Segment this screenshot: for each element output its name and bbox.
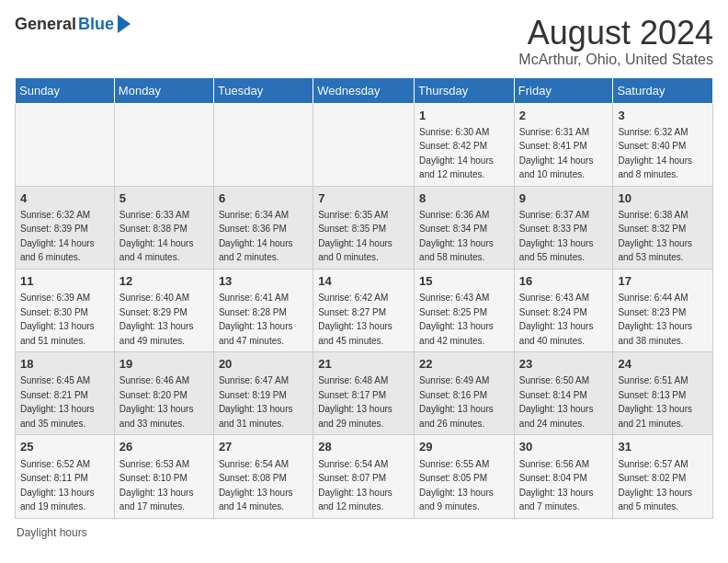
calendar-cell: 30Sunrise: 6:56 AMSunset: 8:04 PMDayligh… [514,435,613,518]
day-number: 6 [219,190,308,207]
day-info: Sunrise: 6:44 AMSunset: 8:23 PMDaylight:… [618,293,692,346]
day-number: 23 [519,356,609,373]
day-number: 13 [219,273,308,290]
day-info: Sunrise: 6:53 AMSunset: 8:10 PMDaylight:… [119,459,194,512]
logo-blue-text: Blue [78,15,114,34]
calendar-cell: 27Sunrise: 6:54 AMSunset: 8:08 PMDayligh… [213,435,313,518]
calendar-cell: 2Sunrise: 6:31 AMSunset: 8:41 PMDaylight… [514,103,613,186]
calendar-cell: 4Sunrise: 6:32 AMSunset: 8:39 PMDaylight… [16,186,115,269]
day-info: Sunrise: 6:50 AMSunset: 8:14 PMDaylight:… [519,375,594,429]
day-number: 26 [119,439,209,455]
day-number: 29 [419,439,509,455]
day-number: 15 [419,273,509,290]
calendar-cell: 23Sunrise: 6:50 AMSunset: 8:14 PMDayligh… [514,352,613,435]
day-number: 31 [618,439,708,455]
calendar-subtitle: McArthur, Ohio, United States [518,52,713,68]
calendar-cell: 17Sunrise: 6:44 AMSunset: 8:23 PMDayligh… [613,269,713,351]
day-info: Sunrise: 6:33 AMSunset: 8:38 PMDaylight:… [119,210,194,263]
logo: General Blue [15,15,131,34]
day-info: Sunrise: 6:41 AMSunset: 8:28 PMDaylight:… [219,293,293,346]
logo-general-text: General [15,15,76,34]
calendar-cell [313,103,415,186]
weekday-header-friday: Friday [514,77,613,103]
page: General Blue August 2024 McArthur, Ohio,… [0,0,728,548]
calendar-cell: 24Sunrise: 6:51 AMSunset: 8:13 PMDayligh… [613,352,713,435]
day-info: Sunrise: 6:54 AMSunset: 8:07 PMDaylight:… [318,459,392,512]
day-number: 10 [618,190,708,207]
calendar-cell: 29Sunrise: 6:55 AMSunset: 8:05 PMDayligh… [415,435,515,518]
day-number: 24 [618,356,708,373]
footer: Daylight hours [15,526,713,539]
day-info: Sunrise: 6:56 AMSunset: 8:04 PMDaylight:… [519,459,594,512]
weekday-header-wednesday: Wednesday [313,77,415,103]
day-number: 7 [318,190,409,207]
day-number: 25 [20,439,109,455]
day-info: Sunrise: 6:37 AMSunset: 8:33 PMDaylight:… [519,210,594,263]
day-number: 3 [618,108,708,124]
calendar-cell: 14Sunrise: 6:42 AMSunset: 8:27 PMDayligh… [313,269,415,351]
day-info: Sunrise: 6:32 AMSunset: 8:39 PMDaylight:… [20,210,95,263]
calendar-cell: 25Sunrise: 6:52 AMSunset: 8:11 PMDayligh… [16,435,115,518]
weekday-header-monday: Monday [114,77,213,103]
day-number: 19 [119,356,209,373]
calendar-week-5: 25Sunrise: 6:52 AMSunset: 8:11 PMDayligh… [16,435,713,518]
day-number: 12 [119,273,209,290]
day-info: Sunrise: 6:43 AMSunset: 8:25 PMDaylight:… [419,293,494,346]
day-info: Sunrise: 6:51 AMSunset: 8:13 PMDaylight:… [618,375,692,429]
calendar-cell: 11Sunrise: 6:39 AMSunset: 8:30 PMDayligh… [16,269,115,351]
day-number: 4 [20,190,109,207]
day-info: Sunrise: 6:48 AMSunset: 8:17 PMDaylight:… [318,375,392,429]
calendar-cell: 1Sunrise: 6:30 AMSunset: 8:42 PMDaylight… [415,103,515,186]
calendar-week-3: 11Sunrise: 6:39 AMSunset: 8:30 PMDayligh… [16,269,713,351]
calendar-cell: 19Sunrise: 6:46 AMSunset: 8:20 PMDayligh… [114,352,213,435]
day-info: Sunrise: 6:35 AMSunset: 8:35 PMDaylight:… [318,210,392,263]
day-number: 28 [318,439,409,455]
day-info: Sunrise: 6:36 AMSunset: 8:34 PMDaylight:… [419,210,494,263]
weekday-header-row: SundayMondayTuesdayWednesdayThursdayFrid… [16,77,713,103]
header: General Blue August 2024 McArthur, Ohio,… [15,15,713,68]
calendar-cell: 8Sunrise: 6:36 AMSunset: 8:34 PMDaylight… [415,186,515,269]
day-number: 30 [519,439,609,455]
day-number: 27 [219,439,308,455]
day-info: Sunrise: 6:30 AMSunset: 8:42 PMDaylight:… [419,127,494,180]
calendar-week-1: 1Sunrise: 6:30 AMSunset: 8:42 PMDaylight… [16,103,713,186]
calendar-cell: 3Sunrise: 6:32 AMSunset: 8:40 PMDaylight… [613,103,713,186]
day-info: Sunrise: 6:40 AMSunset: 8:29 PMDaylight:… [119,293,194,346]
calendar-cell: 15Sunrise: 6:43 AMSunset: 8:25 PMDayligh… [415,269,515,351]
day-info: Sunrise: 6:42 AMSunset: 8:27 PMDaylight:… [318,293,392,346]
calendar-cell: 31Sunrise: 6:57 AMSunset: 8:02 PMDayligh… [613,435,713,518]
day-info: Sunrise: 6:47 AMSunset: 8:19 PMDaylight:… [219,375,293,429]
calendar-cell [16,103,115,186]
day-info: Sunrise: 6:54 AMSunset: 8:08 PMDaylight:… [219,459,293,512]
weekday-header-thursday: Thursday [415,77,515,103]
weekday-header-sunday: Sunday [16,77,115,103]
day-number: 16 [519,273,609,290]
day-info: Sunrise: 6:32 AMSunset: 8:40 PMDaylight:… [618,127,692,180]
calendar-cell: 22Sunrise: 6:49 AMSunset: 8:16 PMDayligh… [415,352,515,435]
day-number: 5 [119,190,209,207]
day-number: 20 [219,356,308,373]
calendar-cell: 26Sunrise: 6:53 AMSunset: 8:10 PMDayligh… [114,435,213,518]
calendar-cell: 28Sunrise: 6:54 AMSunset: 8:07 PMDayligh… [313,435,415,518]
day-number: 21 [318,356,409,373]
day-number: 22 [419,356,509,373]
day-info: Sunrise: 6:38 AMSunset: 8:32 PMDaylight:… [618,210,692,263]
calendar-cell: 20Sunrise: 6:47 AMSunset: 8:19 PMDayligh… [213,352,313,435]
day-info: Sunrise: 6:34 AMSunset: 8:36 PMDaylight:… [219,210,293,263]
calendar-cell: 12Sunrise: 6:40 AMSunset: 8:29 PMDayligh… [114,269,213,351]
calendar-week-4: 18Sunrise: 6:45 AMSunset: 8:21 PMDayligh… [16,352,713,435]
calendar-table: SundayMondayTuesdayWednesdayThursdayFrid… [15,77,713,519]
footer-label: Daylight hours [17,526,87,539]
day-number: 1 [419,108,509,124]
day-number: 14 [318,273,409,290]
day-info: Sunrise: 6:43 AMSunset: 8:24 PMDaylight:… [519,293,594,346]
day-info: Sunrise: 6:49 AMSunset: 8:16 PMDaylight:… [419,375,494,429]
calendar-cell: 5Sunrise: 6:33 AMSunset: 8:38 PMDaylight… [114,186,213,269]
weekday-header-tuesday: Tuesday [213,77,313,103]
calendar-cell [213,103,313,186]
day-info: Sunrise: 6:31 AMSunset: 8:41 PMDaylight:… [519,127,594,180]
calendar-cell: 9Sunrise: 6:37 AMSunset: 8:33 PMDaylight… [514,186,613,269]
day-info: Sunrise: 6:52 AMSunset: 8:11 PMDaylight:… [20,459,95,512]
calendar-week-2: 4Sunrise: 6:32 AMSunset: 8:39 PMDaylight… [16,186,713,269]
day-number: 2 [519,108,609,124]
